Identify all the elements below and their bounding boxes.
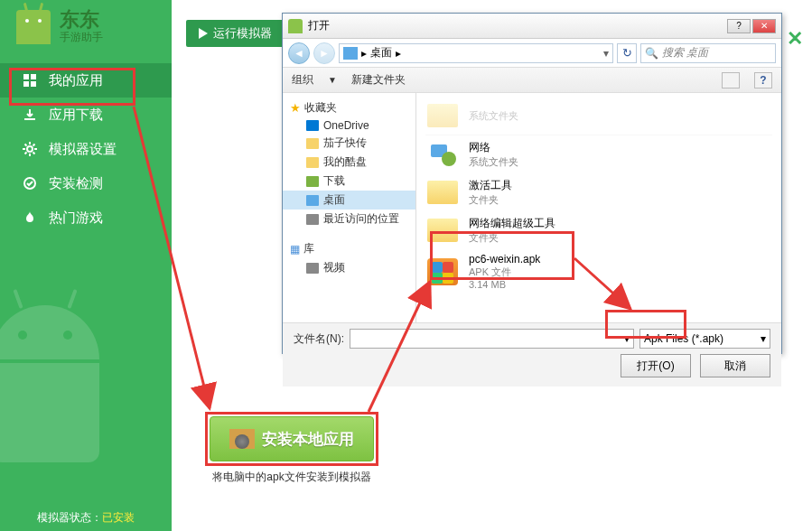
nav-label: 热门游戏 — [49, 210, 103, 227]
dialog-toolbar: 组织▼ 新建文件夹 ? — [283, 68, 781, 93]
gear-icon — [22, 141, 38, 157]
file-row-cut[interactable]: 系统文件夹 — [425, 97, 772, 135]
tree-qiezi[interactable]: 茄子快传 — [283, 134, 415, 153]
apk-icon — [425, 256, 460, 287]
dialog-titlebar: 打开 ? ✕ — [283, 14, 781, 39]
dialog-app-icon — [288, 19, 303, 33]
organize-menu[interactable]: 组织 — [292, 72, 313, 88]
library-icon: ▦ — [290, 243, 300, 256]
tree-video[interactable]: 视频 — [283, 258, 415, 277]
svg-rect-0 — [23, 74, 29, 79]
refresh-button[interactable]: ↻ — [617, 43, 637, 63]
breadcrumb[interactable]: ▸ 桌面 ▸ ▾ — [339, 43, 613, 63]
svg-rect-3 — [31, 81, 36, 87]
file-nettool[interactable]: 网络编辑超级工具文件夹 — [425, 211, 772, 249]
install-caption: 将电脑中的apk文件安装到模拟器 — [210, 470, 374, 485]
help-button[interactable]: ? — [754, 72, 772, 88]
filetype-select[interactable]: Apk Files (*.apk)▾ — [639, 329, 770, 349]
dialog-close-button[interactable]: ✕ — [752, 19, 776, 33]
folder-tree: ★收藏夹 OneDrive 茄子快传 我的酷盘 下载 桌面 最近访问的位置 ▦库… — [283, 93, 416, 322]
app-name: 东东 — [60, 10, 103, 30]
android-logo-icon — [16, 10, 51, 44]
search-icon: 🔍 — [645, 47, 658, 60]
network-icon — [425, 139, 460, 170]
check-icon — [22, 175, 38, 191]
hot-icon — [22, 210, 38, 226]
file-open-dialog: 打开 ? ✕ ◄ ► ▸ 桌面 ▸ ▾ ↻ 🔍 搜索 桌面 组织▼ 新建文件夹 … — [282, 13, 782, 354]
dialog-nav-bar: ◄ ► ▸ 桌面 ▸ ▾ ↻ 🔍 搜索 桌面 — [283, 39, 781, 68]
folder-icon — [425, 177, 460, 208]
file-list: 系统文件夹 网络系统文件夹 激活工具文件夹 网络编辑超级工具文件夹 pc6-we… — [416, 93, 781, 322]
download-icon — [22, 107, 38, 123]
nav-label: 我的应用 — [49, 72, 103, 89]
nav-my-apps[interactable]: 我的应用 — [0, 63, 172, 98]
nav-hot-games[interactable]: 热门游戏 — [0, 200, 172, 235]
svg-point-7 — [442, 152, 456, 166]
nav-downloads[interactable]: 应用下载 — [0, 98, 172, 132]
svg-rect-2 — [23, 81, 29, 87]
tree-downloads[interactable]: 下载 — [283, 172, 415, 191]
tree-library[interactable]: ▦库 — [283, 239, 415, 258]
svg-rect-1 — [31, 74, 36, 79]
file-activate-tool[interactable]: 激活工具文件夹 — [425, 173, 772, 211]
nav: 我的应用 应用下载 模拟器设置 安装检测 热门游戏 — [0, 63, 172, 235]
nav-install-check[interactable]: 安装检测 — [0, 166, 172, 200]
new-folder-button[interactable]: 新建文件夹 — [351, 72, 406, 88]
app-logo: 东东 手游助手 — [0, 0, 172, 54]
app-subtitle: 手游助手 — [60, 30, 103, 45]
grid-icon — [22, 72, 38, 88]
nav-label: 模拟器设置 — [49, 141, 117, 158]
file-network[interactable]: 网络系统文件夹 — [425, 135, 772, 173]
nav-emulator-settings[interactable]: 模拟器设置 — [0, 132, 172, 166]
dialog-help-button[interactable]: ? — [727, 19, 751, 33]
tree-favorites[interactable]: ★收藏夹 — [283, 98, 415, 117]
search-input[interactable]: 🔍 搜索 桌面 — [640, 43, 776, 63]
tree-kupan[interactable]: 我的酷盘 — [283, 153, 415, 172]
nav-back-button[interactable]: ◄ — [288, 42, 310, 64]
file-apk[interactable]: pc6-weixin.apk APK 文件 3.14 MB — [425, 249, 772, 293]
play-icon — [199, 28, 208, 39]
emulator-status: 模拟器状态：已安装 — [0, 510, 172, 526]
tree-recent[interactable]: 最近访问的位置 — [283, 210, 415, 228]
sidebar: 东东 手游助手 我的应用 应用下载 模拟器设置 安装检测 热门游戏 模拟器状态：… — [0, 0, 172, 531]
filename-input[interactable]: ▾ — [350, 329, 634, 349]
close-button[interactable]: ✕ — [787, 27, 803, 51]
cancel-button[interactable]: 取消 — [700, 354, 770, 377]
package-icon — [229, 429, 255, 449]
install-local-app-button[interactable]: 安装本地应用 — [210, 416, 374, 461]
tree-desktop[interactable]: 桌面 — [283, 191, 415, 210]
nav-forward-button[interactable]: ► — [313, 42, 335, 64]
run-emulator-button[interactable]: 运行模拟器 — [186, 20, 285, 47]
svg-point-4 — [27, 146, 33, 152]
dialog-title: 打开 — [308, 18, 722, 33]
desktop-icon — [343, 47, 358, 60]
open-button[interactable]: 打开(O) — [621, 354, 691, 377]
tree-onedrive[interactable]: OneDrive — [283, 117, 415, 134]
filename-label: 文件名(N): — [294, 331, 344, 347]
nav-label: 应用下载 — [49, 107, 103, 124]
view-options-button[interactable] — [722, 72, 740, 88]
android-watermark-icon — [0, 305, 126, 504]
dialog-footer: 文件名(N): ▾ Apk Files (*.apk)▾ 打开(O) 取消 — [283, 322, 781, 387]
folder-icon — [425, 215, 460, 246]
nav-label: 安装检测 — [49, 175, 103, 192]
